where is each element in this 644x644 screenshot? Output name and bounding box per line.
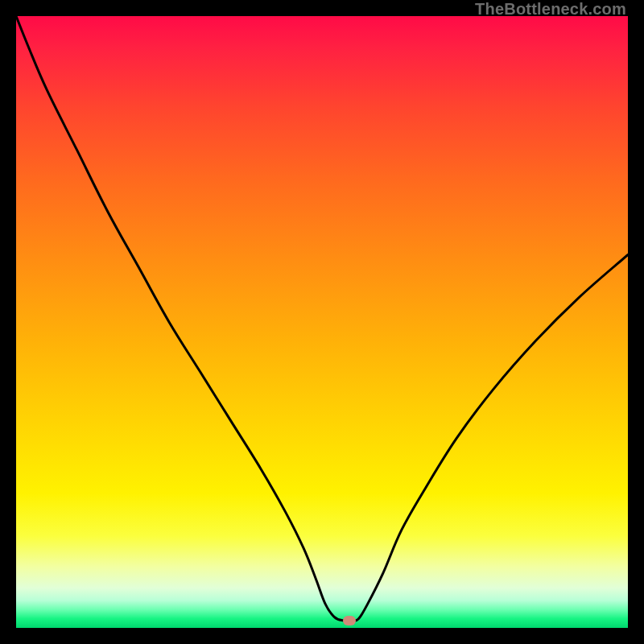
chart-frame: TheBottleneck.com <box>0 0 644 644</box>
plot-area <box>16 16 628 628</box>
optimal-point-marker <box>343 616 356 625</box>
bottleneck-curve <box>16 16 628 628</box>
